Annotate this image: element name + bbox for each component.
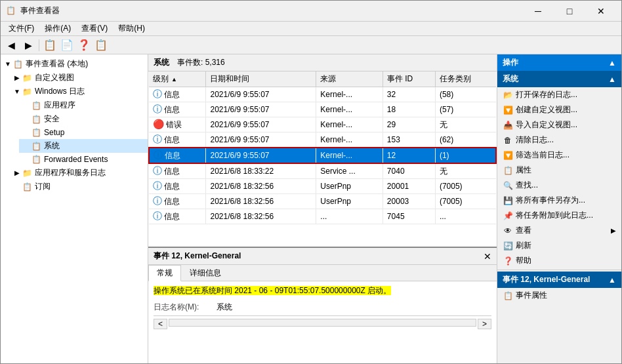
maximize-button[interactable]: □	[554, 2, 585, 20]
back-button[interactable]: ◀	[3, 38, 19, 52]
tree-security-log[interactable]: ▶ 📋 安全	[19, 112, 148, 126]
right-action-open-log[interactable]: 📂 打开保存的日志...	[497, 87, 621, 102]
menu-help[interactable]: 帮助(H)	[113, 22, 150, 35]
log-header: 系统 事件数: 5,316	[148, 54, 497, 71]
col-source[interactable]: 来源	[316, 71, 383, 87]
cell-datetime: 2021/6/8 18:32:56	[206, 194, 316, 209]
right-action-find[interactable]: 🔍 查找...	[497, 178, 621, 193]
col-task[interactable]: 任务类别	[435, 71, 496, 87]
col-level[interactable]: 级别▲	[149, 71, 206, 87]
table-row[interactable]: ⓘ 信息2021/6/9 9:55:07Kernel-...12(1)	[149, 148, 496, 163]
create-view-icon: 🔽	[503, 105, 513, 115]
menu-bar: 文件(F) 操作(A) 查看(V) 帮助(H)	[1, 22, 621, 36]
tree-expander-winlogs[interactable]: ▼	[12, 87, 22, 96]
toolbar-btn5[interactable]: ❓	[76, 38, 92, 52]
detail-close-button[interactable]: ✕	[484, 251, 491, 262]
window-title: 事件查看器	[20, 5, 523, 16]
tree-windows-logs[interactable]: ▼ 📁 Windows 日志	[10, 85, 148, 98]
detail-field-logname-value: 系统	[217, 302, 232, 313]
table-header-row: 级别▲ 日期和时间 来源 事件 ID 任务类别	[149, 71, 496, 87]
col-datetime[interactable]: 日期和时间	[206, 71, 316, 87]
table-row[interactable]: ⓘ 信息2021/6/9 9:55:07Kernel-...153(62)	[149, 132, 496, 148]
tree-subscriptions[interactable]: ▶ 📋 订阅	[10, 180, 148, 193]
right-action-view-label: 查看	[516, 225, 608, 236]
tree-app-services[interactable]: ▶ 📁 应用程序和服务日志	[10, 166, 148, 180]
cell-datetime: 2021/6/9 9:55:07	[206, 132, 316, 148]
cell-source: ...	[316, 209, 383, 224]
tree-root[interactable]: ▼ 📋 事件查看器 (本地)	[1, 57, 148, 71]
tree-forwarded-log[interactable]: ▶ 📋 Forwarded Events	[19, 153, 148, 166]
toolbar-separator	[39, 39, 39, 51]
table-row[interactable]: ⓘ 信息2021/6/9 9:55:07Kernel-...18(57)	[149, 102, 496, 117]
right-action-import-view-label: 导入自定义视图...	[516, 119, 577, 131]
tree-icon-root: 📋	[12, 59, 23, 70]
tree-label-appsvc: 应用程序和服务日志	[35, 167, 106, 178]
right-action-properties[interactable]: 📋 属性	[497, 163, 621, 178]
cell-level: ⓘ 信息	[149, 132, 206, 148]
table-row[interactable]: ⓘ 信息2021/6/9 9:55:07Kernel-...32(58)	[149, 87, 496, 102]
tree-label-security: 安全	[44, 113, 60, 125]
event-table-container[interactable]: 级别▲ 日期和时间 来源 事件 ID 任务类别 ⓘ 信息2021/6/9 9:5…	[148, 71, 497, 247]
toolbar: ◀ ▶ 📋 📄 ❓ 📋	[1, 36, 621, 54]
right-actions-title: 操作	[503, 57, 518, 68]
toolbar-btn6[interactable]: 📋	[93, 38, 109, 52]
tree-icon-setup: 📋	[31, 127, 41, 138]
tree-icon-sub: 📋	[22, 182, 32, 192]
cell-source: Kernel-...	[316, 117, 383, 132]
right-action-refresh[interactable]: 🔄 刷新	[497, 238, 621, 253]
right-action-create-view[interactable]: 🔽 创建自定义视图...	[497, 102, 621, 117]
tree-setup-log[interactable]: ▶ 📋 Setup	[19, 126, 148, 139]
tab-general[interactable]: 常规	[148, 265, 181, 281]
menu-view[interactable]: 查看(V)	[76, 22, 113, 35]
detail-field-logname: 日志名称(M): 系统	[154, 302, 491, 313]
right-action-help[interactable]: ❓ 帮助	[497, 253, 621, 268]
log-name: 系统	[154, 57, 169, 68]
minimize-button[interactable]: ─	[523, 2, 553, 20]
close-button[interactable]: ✕	[586, 2, 616, 20]
tree-expander-custom[interactable]: ▶	[12, 73, 22, 83]
view-arrow-icon: ▶	[611, 227, 616, 234]
right-action-find-label: 查找...	[516, 180, 538, 191]
tree-app-log[interactable]: ▶ 📋 应用程序	[19, 98, 148, 112]
right-action-create-view-label: 创建自定义视图...	[516, 104, 577, 115]
tree-expander-root[interactable]: ▼	[3, 60, 12, 69]
cell-eventid: 153	[383, 132, 435, 148]
tab-detail[interactable]: 详细信息	[181, 265, 230, 281]
detail-scrollbar-track[interactable]	[169, 319, 476, 327]
cell-eventid: 29	[383, 117, 435, 132]
cell-level: ⓘ 信息	[149, 179, 206, 194]
tree-label-sub: 订阅	[35, 181, 51, 192]
right-action-attach-task[interactable]: 📌 将任务附加到此日志...	[497, 208, 621, 223]
clear-log-icon: 🗑	[503, 135, 513, 146]
table-row[interactable]: 🔴 错误2021/6/9 9:55:07Kernel-...29无	[149, 117, 496, 132]
cell-task: (57)	[435, 102, 496, 117]
right-action-save-all[interactable]: 💾 将所有事件另存为...	[497, 193, 621, 208]
tree-expander-appsvc[interactable]: ▶	[12, 169, 22, 178]
menu-file[interactable]: 文件(F)	[3, 22, 39, 35]
table-row[interactable]: ⓘ 信息2021/6/8 18:32:56UserPnp20003(7005)	[149, 194, 496, 209]
right-action-filter[interactable]: 🔽 筛选当前日志...	[497, 148, 621, 163]
col-eventid[interactable]: 事件 ID	[383, 71, 435, 87]
table-row[interactable]: ⓘ 信息2021/6/8 18:32:56UserPnp20001(7005)	[149, 179, 496, 194]
tree-icon-custom: 📁	[22, 73, 32, 83]
menu-action[interactable]: 操作(A)	[39, 22, 76, 35]
forward-button[interactable]: ▶	[20, 38, 36, 52]
detail-scroll-left[interactable]: <	[154, 319, 167, 329]
properties-icon: 📋	[503, 165, 513, 176]
event-table: 级别▲ 日期和时间 来源 事件 ID 任务类别 ⓘ 信息2021/6/9 9:5…	[148, 71, 497, 224]
right-action-view[interactable]: 👁 查看 ▶	[497, 223, 621, 238]
right-action-event-properties[interactable]: 📋 事件属性	[497, 288, 621, 303]
right-section-header-system: 系统 ▲	[497, 71, 621, 87]
save-all-icon: 💾	[503, 195, 513, 206]
tree-custom-views[interactable]: ▶ 📁 自定义视图	[10, 71, 148, 85]
toolbar-btn3[interactable]: 📋	[42, 38, 58, 52]
detail-scroll-right[interactable]: >	[478, 319, 491, 329]
tree-icon-forwarded: 📋	[31, 154, 41, 165]
tree-system-log[interactable]: ▶ 📋 系统	[19, 139, 148, 153]
table-row[interactable]: ⓘ 信息2021/6/8 18:33:22Service ...7040无	[149, 163, 496, 179]
right-action-import-view[interactable]: 📥 导入自定义视图...	[497, 117, 621, 132]
toolbar-btn4[interactable]: 📄	[59, 38, 75, 52]
right-action-clear-log[interactable]: 🗑 清除日志...	[497, 132, 621, 148]
cell-level: ⓘ 信息	[149, 194, 206, 209]
table-row[interactable]: ⓘ 信息2021/6/8 18:32:56...7045...	[149, 209, 496, 224]
